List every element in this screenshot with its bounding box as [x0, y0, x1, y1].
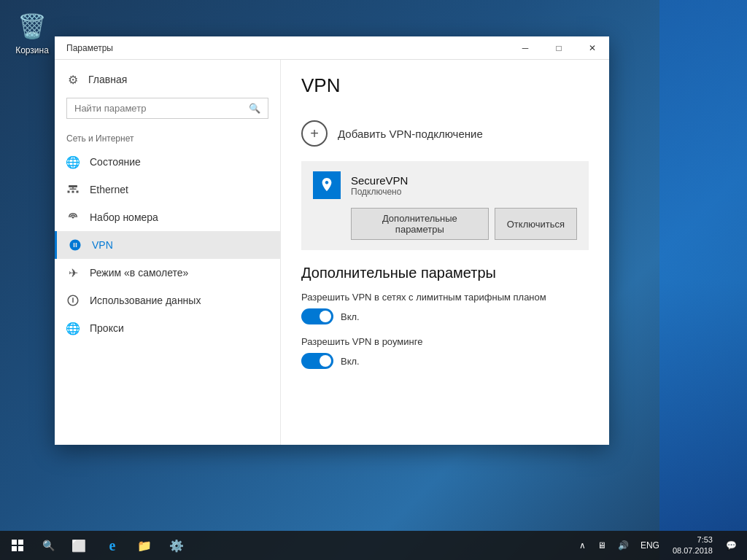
settings-icon: ⚙️ [169, 539, 184, 553]
toggle-roaming-row: Разрешить VPN в роуминге Вкл. [301, 336, 589, 369]
recycle-bin-icon[interactable]: 🗑️ Корзина [9, 9, 55, 55]
task-view-icon: ⬜ [71, 539, 86, 553]
desktop-deco [659, 0, 747, 560]
toggle-metered-desc: Разрешить VPN в сетях с лимитным тарифны… [301, 292, 589, 303]
sidebar-item-label-datausage: Использование данных [90, 295, 201, 306]
explorer-taskbar-button[interactable]: 📁 [128, 531, 160, 560]
vpn-card-name: SecureVPN [351, 174, 408, 187]
minimize-button[interactable]: ─ [508, 36, 542, 60]
sidebar-item-status[interactable]: 🌐 Состояние [55, 148, 280, 176]
toggle-metered-label: Вкл. [341, 311, 360, 322]
sidebar-item-label-ethernet: Ethernet [90, 184, 128, 195]
window-title: Параметры [66, 43, 113, 53]
vpn-advanced-button[interactable]: Дополнительные параметры [351, 208, 489, 240]
sidebar: ⚙ Главная 🔍 Сеть и Интернет 🌐 Состояние [55, 60, 281, 445]
language-label: ENG [640, 540, 659, 551]
network-tray-icon[interactable]: 🖥 [593, 531, 611, 560]
sidebar-item-airplane[interactable]: ✈ Режим «в самолете» [55, 259, 280, 287]
edge-taskbar-button[interactable]: e [96, 531, 128, 560]
maximize-button[interactable]: □ [542, 36, 576, 60]
desktop: 🗑️ Корзина Параметры ─ □ ✕ ⚙ Главная [0, 0, 747, 560]
add-vpn-button[interactable]: + Добавить VPN-подключение [301, 112, 589, 155]
vpn-card-buttons: Дополнительные параметры Отключиться [313, 208, 577, 240]
svg-rect-0 [68, 191, 70, 193]
search-box[interactable]: 🔍 [66, 98, 268, 119]
taskbar-search-button[interactable]: 🔍 [35, 531, 61, 560]
vpn-card: SecureVPN Подключено Дополнительные пара… [301, 161, 589, 250]
vpn-card-icon [313, 171, 341, 199]
svg-rect-1 [72, 191, 74, 193]
svg-rect-5 [69, 185, 77, 187]
sidebar-home-label: Главная [88, 74, 127, 85]
clock-date: 08.07.2018 [673, 545, 713, 556]
svg-rect-2 [77, 191, 79, 193]
content-area: VPN + Добавить VPN-подключение [281, 60, 609, 445]
close-button[interactable]: ✕ [576, 36, 609, 60]
taskbar-right: ∧ 🖥 🔊 ENG 7:53 08.07.2018 💬 [575, 531, 747, 560]
toggle-metered-switch[interactable] [301, 308, 333, 324]
title-bar: Параметры ─ □ ✕ [55, 36, 609, 60]
settings-window: Параметры ─ □ ✕ ⚙ Главная 🔍 [55, 36, 609, 445]
dialup-icon [66, 211, 80, 224]
language-tray[interactable]: ENG [636, 531, 664, 560]
add-vpn-plus-icon: + [301, 120, 328, 147]
toggle-roaming-switch[interactable] [301, 353, 333, 369]
toggle-metered-group: Вкл. [301, 308, 589, 324]
status-icon: 🌐 [66, 155, 80, 168]
volume-icon: 🔊 [618, 540, 629, 551]
vpn-icon [69, 238, 82, 252]
settings-taskbar-button[interactable]: ⚙️ [160, 531, 193, 560]
toggle-roaming-group: Вкл. [301, 353, 589, 369]
sidebar-item-label-airplane: Режим «в самолете» [90, 267, 188, 279]
content-title: VPN [301, 74, 589, 97]
taskbar-search-icon: 🔍 [42, 540, 55, 551]
sidebar-item-label-proxy: Прокси [90, 322, 124, 334]
add-vpn-label: Добавить VPN-подключение [338, 128, 483, 140]
toggle-metered-row: Разрешить VPN в сетях с лимитным тарифны… [301, 292, 589, 324]
system-tray-arrow[interactable]: ∧ [575, 531, 590, 560]
window-controls: ─ □ ✕ [508, 36, 609, 60]
sidebar-item-datausage[interactable]: Использование данных [55, 287, 280, 314]
home-icon: ⚙ [66, 73, 80, 86]
sidebar-item-proxy[interactable]: 🌐 Прокси [55, 314, 280, 342]
sidebar-item-label-dialup: Набор номера [90, 211, 158, 223]
taskbar-left: 🔍 ⬜ e 📁 ⚙️ [0, 531, 193, 560]
recycle-bin-label: Корзина [15, 45, 49, 55]
edge-icon: e [109, 537, 116, 554]
sidebar-home[interactable]: ⚙ Главная [55, 67, 280, 92]
volume-tray-icon[interactable]: 🔊 [614, 531, 633, 560]
windows-logo-icon [12, 540, 23, 551]
notification-button[interactable]: 💬 [721, 531, 741, 560]
toggle-roaming-desc: Разрешить VPN в роуминге [301, 336, 589, 347]
notification-icon: 💬 [726, 540, 737, 551]
datausage-icon [66, 294, 80, 307]
sidebar-item-vpn[interactable]: VPN [55, 231, 280, 259]
sidebar-item-label-vpn: VPN [92, 239, 113, 251]
vpn-disconnect-button[interactable]: Отключиться [495, 208, 577, 240]
network-icon: 🖥 [597, 540, 606, 551]
proxy-icon: 🌐 [66, 322, 80, 335]
sidebar-item-ethernet[interactable]: Ethernet [55, 176, 280, 203]
window-body: ⚙ Главная 🔍 Сеть и Интернет 🌐 Состояние [55, 60, 609, 445]
sidebar-item-label-status: Состояние [90, 156, 141, 168]
explorer-icon: 📁 [137, 539, 152, 553]
svg-rect-3 [70, 189, 77, 190]
taskbar: 🔍 ⬜ e 📁 ⚙️ ∧ 🖥 [0, 531, 747, 560]
search-icon: 🔍 [249, 103, 260, 114]
search-input[interactable] [74, 103, 243, 114]
start-button[interactable] [0, 531, 35, 560]
additional-settings-title: Дополнительные параметры [301, 265, 589, 281]
taskbar-clock[interactable]: 7:53 08.07.2018 [667, 531, 719, 560]
task-view-button[interactable]: ⬜ [61, 531, 96, 560]
airplane-icon: ✈ [66, 266, 80, 279]
toggle-roaming-label: Вкл. [341, 356, 360, 367]
clock-time: 7:53 [697, 534, 713, 545]
recycle-bin-img: 🗑️ [15, 9, 50, 44]
svg-point-6 [72, 217, 74, 219]
tray-expand-icon: ∧ [579, 540, 586, 551]
vpn-card-info: SecureVPN Подключено [351, 174, 408, 197]
vpn-card-top: SecureVPN Подключено [313, 171, 577, 199]
sidebar-section-label: Сеть и Интернет [55, 125, 280, 148]
sidebar-item-dialup[interactable]: Набор номера [55, 203, 280, 231]
ethernet-icon [66, 183, 80, 196]
